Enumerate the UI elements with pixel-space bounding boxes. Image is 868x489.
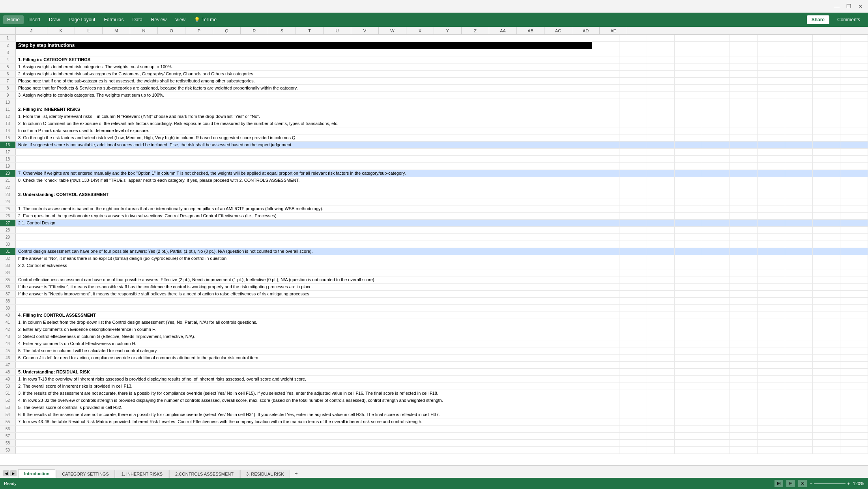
cell-empty[interactable] <box>702 184 730 191</box>
cell-empty[interactable] <box>840 248 868 255</box>
cell-empty[interactable] <box>785 340 813 347</box>
cell-empty[interactable] <box>813 440 840 446</box>
cell-empty[interactable] <box>813 433 840 439</box>
table-row[interactable]: 58 <box>0 440 868 447</box>
table-row[interactable]: 1 <box>0 35 868 42</box>
table-row[interactable]: 7 Please note that if one of the sub-cat… <box>0 78 868 85</box>
cell-empty[interactable] <box>647 291 675 297</box>
cell-empty[interactable] <box>619 333 647 340</box>
cell-empty[interactable] <box>840 127 868 134</box>
cell-empty[interactable] <box>758 440 785 446</box>
cell-empty[interactable] <box>813 78 840 84</box>
table-row[interactable]: 43 3. Select control effectiveness in co… <box>0 333 868 340</box>
cell-empty[interactable] <box>619 411 647 418</box>
menu-home[interactable]: Home <box>3 15 24 24</box>
menu-view[interactable]: View <box>171 15 189 24</box>
cell-empty[interactable] <box>785 333 813 340</box>
cell-empty[interactable] <box>702 418 730 425</box>
cell-empty[interactable] <box>813 227 840 233</box>
cell-empty[interactable] <box>813 390 840 397</box>
cell-empty[interactable] <box>702 92 730 99</box>
cell-empty[interactable] <box>840 291 868 297</box>
cell-empty[interactable] <box>785 418 813 425</box>
cell-empty[interactable] <box>758 149 785 155</box>
cell-empty[interactable] <box>758 42 785 49</box>
cell-empty[interactable] <box>675 92 702 99</box>
cell-empty[interactable] <box>785 205 813 212</box>
cell-empty[interactable] <box>592 156 619 162</box>
cell-empty[interactable] <box>592 440 619 446</box>
table-row[interactable]: 29 <box>0 234 868 241</box>
cell-empty[interactable] <box>592 63 619 70</box>
cell-empty[interactable] <box>675 227 702 233</box>
cell-empty[interactable] <box>730 78 758 84</box>
cell-empty[interactable] <box>647 433 675 439</box>
cell-empty[interactable] <box>730 284 758 290</box>
cell-empty[interactable] <box>758 85 785 91</box>
cell-empty[interactable] <box>785 248 813 255</box>
cell-empty[interactable] <box>647 191 675 198</box>
cell-empty[interactable] <box>785 120 813 127</box>
cell-empty[interactable] <box>619 156 647 162</box>
cell-empty[interactable] <box>813 220 840 226</box>
cell-empty[interactable] <box>785 298 813 304</box>
cell-empty[interactable] <box>647 49 675 56</box>
cell-empty[interactable] <box>813 42 840 49</box>
cell-empty[interactable] <box>758 390 785 397</box>
cell-empty[interactable] <box>592 92 619 99</box>
cell-empty[interactable] <box>785 49 813 56</box>
table-row[interactable]: 34 <box>0 269 868 276</box>
cell-empty[interactable] <box>758 241 785 248</box>
cell-empty[interactable] <box>730 376 758 383</box>
page-break-view-button[interactable]: ⊠ <box>798 480 807 487</box>
cell-empty[interactable] <box>758 170 785 177</box>
cell-empty[interactable] <box>702 291 730 297</box>
cell-empty[interactable] <box>592 347 619 354</box>
cell-empty[interactable] <box>758 262 785 269</box>
cell-empty[interactable] <box>619 213 647 219</box>
cell-empty[interactable] <box>785 383 813 390</box>
cell-empty[interactable] <box>702 411 730 418</box>
cell-empty[interactable] <box>675 63 702 70</box>
cell-empty[interactable] <box>840 362 868 368</box>
normal-view-button[interactable]: ⊞ <box>774 480 783 487</box>
cell-empty[interactable] <box>675 440 702 446</box>
cell-empty[interactable] <box>675 333 702 340</box>
menu-insert[interactable]: Insert <box>24 15 44 24</box>
cell-empty[interactable] <box>675 276 702 283</box>
cell-empty[interactable] <box>675 99 702 106</box>
cell-empty[interactable] <box>840 276 868 283</box>
table-row[interactable]: 36 If the answer is "Effective", it mean… <box>0 284 868 291</box>
cell-empty[interactable] <box>785 227 813 233</box>
cell-empty[interactable] <box>758 134 785 141</box>
cell-empty[interactable] <box>702 397 730 404</box>
cell-empty[interactable] <box>702 99 730 106</box>
cell-empty[interactable] <box>730 326 758 333</box>
cell-empty[interactable] <box>840 241 868 248</box>
cell-empty[interactable] <box>730 248 758 255</box>
page-layout-view-button[interactable]: ⊟ <box>786 480 795 487</box>
cell-empty[interactable] <box>592 127 619 134</box>
cell-empty[interactable] <box>813 99 840 106</box>
cell-empty[interactable] <box>592 390 619 397</box>
cell-empty[interactable] <box>813 49 840 56</box>
cell-empty[interactable] <box>702 71 730 77</box>
table-row[interactable]: 26 2. Each question of the questionnaire… <box>0 213 868 220</box>
cell-empty[interactable] <box>785 397 813 404</box>
cell-empty[interactable] <box>675 213 702 219</box>
cell-empty[interactable] <box>675 113 702 120</box>
cell-empty[interactable] <box>758 92 785 99</box>
cell-empty[interactable] <box>758 269 785 276</box>
cell-empty[interactable] <box>840 78 868 84</box>
cell-empty[interactable] <box>592 113 619 120</box>
cell-empty[interactable] <box>840 355 868 361</box>
menu-review[interactable]: Review <box>147 15 170 24</box>
cell-empty[interactable] <box>730 269 758 276</box>
cell-empty[interactable] <box>840 156 868 162</box>
cell-empty[interactable] <box>840 333 868 340</box>
cell-empty[interactable] <box>675 433 702 439</box>
cell-empty[interactable] <box>730 411 758 418</box>
cell-empty[interactable] <box>702 333 730 340</box>
cell-empty[interactable] <box>675 42 702 49</box>
cell-empty[interactable] <box>730 340 758 347</box>
